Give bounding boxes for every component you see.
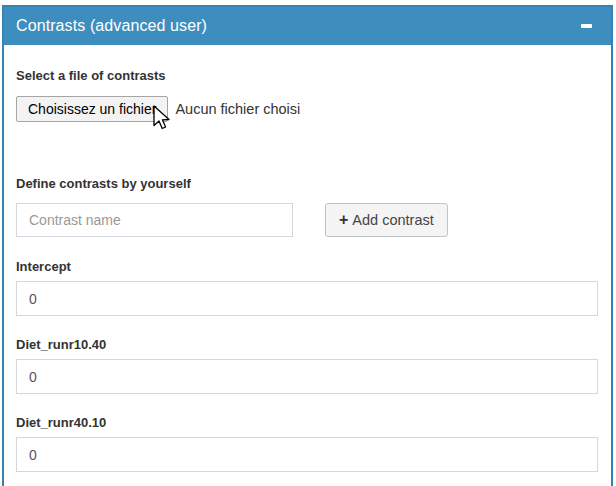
define-row: + Add contrast xyxy=(16,203,598,237)
contrast-name-input[interactable] xyxy=(16,203,293,237)
file-status-text: Aucun fichier choisi xyxy=(175,101,300,117)
coefficient-group-diet-runr10-40: Diet_runr10.40 xyxy=(16,337,598,394)
coefficient-label: Intercept xyxy=(16,259,598,274)
diet-runr10-40-input[interactable] xyxy=(16,359,598,394)
collapse-button[interactable] xyxy=(575,15,597,37)
coefficient-label: Diet_runr10.40 xyxy=(16,337,598,352)
contrasts-panel: Contrasts (advanced user) Select a file … xyxy=(2,5,613,486)
add-contrast-button[interactable]: + Add contrast xyxy=(325,203,448,237)
add-contrast-label: Add contrast xyxy=(352,212,433,228)
coefficient-label: Diet_runr40.10 xyxy=(16,415,598,430)
coefficient-group-diet-runr40-10: Diet_runr40.10 xyxy=(16,415,598,472)
minus-icon xyxy=(581,24,592,28)
panel-title: Contrasts (advanced user) xyxy=(16,17,207,35)
file-section-label: Select a file of contrasts xyxy=(16,68,598,83)
choose-file-button[interactable]: Choisissez un fichier xyxy=(16,96,168,122)
plus-icon: + xyxy=(339,211,348,229)
intercept-input[interactable] xyxy=(16,281,598,316)
panel-body: Select a file of contrasts Choisissez un… xyxy=(4,45,611,486)
coefficient-group-intercept: Intercept xyxy=(16,259,598,316)
define-section-label: Define contrasts by yourself xyxy=(16,176,598,191)
panel-header: Contrasts (advanced user) xyxy=(4,7,611,45)
diet-runr40-10-input[interactable] xyxy=(16,437,598,472)
file-input: Choisissez un fichier Aucun fichier choi… xyxy=(16,96,598,122)
